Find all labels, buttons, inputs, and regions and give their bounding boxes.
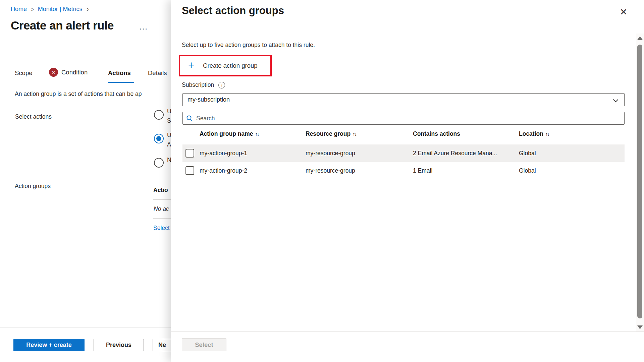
cell-action-group-name: my-action-group-2 xyxy=(200,167,247,174)
panel-title: Select action groups xyxy=(182,5,284,17)
search-box xyxy=(182,112,625,125)
previous-button[interactable]: Previous xyxy=(94,339,144,351)
table-header-row: Action group name↑↓ Resource group↑↓ Con… xyxy=(182,128,625,142)
select-action-groups-link[interactable]: Select xyxy=(153,225,170,232)
plus-icon: + xyxy=(188,60,194,70)
chevron-right-icon: > xyxy=(86,5,89,13)
create-action-group-button[interactable]: + Create action group xyxy=(179,55,272,76)
review-create-button[interactable]: Review + create xyxy=(13,339,85,351)
tab-condition[interactable]: ✕ Condition xyxy=(49,68,88,77)
action-groups-label: Action groups xyxy=(15,183,51,190)
actions-tab-description: An action group is a set of actions that… xyxy=(15,90,142,98)
cell-location: Global xyxy=(519,150,536,157)
azure-portal-page: Home > Monitor | Metrics > Create an ale… xyxy=(0,0,644,362)
scroll-down-icon[interactable] xyxy=(637,325,643,329)
column-header-action-group-name[interactable]: Action group name↑↓ xyxy=(200,130,259,137)
scrollbar-thumb[interactable] xyxy=(637,45,642,318)
select-button-disabled[interactable]: Select xyxy=(182,338,226,351)
subscription-dropdown-value: my-subscription xyxy=(187,96,230,103)
sort-icon: ↑↓ xyxy=(255,131,259,137)
row-checkbox[interactable] xyxy=(185,166,194,175)
create-action-group-label: Create action group xyxy=(203,62,258,69)
select-actions-label: Select actions xyxy=(15,113,52,120)
subscription-field-label: Subscription i xyxy=(182,81,225,88)
cell-contains-actions: 2 Email Azure Resource Mana... xyxy=(413,150,497,157)
action-groups-table-header: Actio xyxy=(153,187,168,194)
close-icon: ✕ xyxy=(620,7,628,17)
scrollbar[interactable] xyxy=(636,34,644,332)
search-icon xyxy=(186,115,193,122)
tab-details[interactable]: Details xyxy=(148,69,167,77)
cell-contains-actions: 1 Email xyxy=(413,167,432,174)
error-icon: ✕ xyxy=(49,68,58,77)
radio-option-1[interactable] xyxy=(154,110,164,120)
panel-footer-divider xyxy=(171,331,644,332)
chevron-down-icon xyxy=(613,97,619,103)
cell-action-group-name: my-action-group-1 xyxy=(200,150,247,157)
row-checkbox[interactable] xyxy=(185,149,194,158)
subscription-label: Subscription xyxy=(182,81,214,88)
sort-icon: ↑↓ xyxy=(545,131,549,137)
radio-option-2-selected[interactable] xyxy=(154,134,164,143)
column-header-resource-group[interactable]: Resource group↑↓ xyxy=(306,130,356,137)
cell-resource-group: my-resource-group xyxy=(306,167,355,174)
breadcrumb: Home > Monitor | Metrics > xyxy=(11,6,89,13)
cell-location: Global xyxy=(519,167,536,174)
table-row[interactable]: my-action-group-2 my-resource-group 1 Em… xyxy=(182,162,625,179)
sort-icon: ↑↓ xyxy=(353,131,356,137)
chevron-right-icon: > xyxy=(31,5,34,13)
subscription-dropdown[interactable]: my-subscription xyxy=(182,93,625,106)
column-header-contains-actions: Contains actions xyxy=(413,130,460,137)
search-input[interactable] xyxy=(196,115,621,122)
tab-scope[interactable]: Scope xyxy=(15,69,32,77)
close-button[interactable]: ✕ xyxy=(617,5,630,19)
select-action-groups-panel: Select action groups ✕ Select up to five… xyxy=(171,0,644,362)
panel-subtitle: Select up to five action groups to attac… xyxy=(182,42,315,49)
action-groups-empty-text: No ac xyxy=(154,205,169,213)
tab-actions[interactable]: Actions xyxy=(108,69,131,77)
more-options-button[interactable]: ... xyxy=(139,22,148,32)
active-tab-underline xyxy=(108,82,134,83)
info-icon[interactable]: i xyxy=(218,82,225,88)
radio-option-3[interactable] xyxy=(154,158,164,168)
tab-condition-label: Condition xyxy=(61,69,88,76)
breadcrumb-link-home[interactable]: Home xyxy=(11,6,27,13)
page-title: Create an alert rule xyxy=(11,19,114,32)
scroll-up-icon[interactable] xyxy=(637,36,643,40)
table-row[interactable]: my-action-group-1 my-resource-group 2 Em… xyxy=(182,144,625,162)
breadcrumb-link-monitor-metrics[interactable]: Monitor | Metrics xyxy=(38,6,83,13)
cell-resource-group: my-resource-group xyxy=(306,150,355,157)
column-header-location[interactable]: Location↑↓ xyxy=(519,130,549,137)
